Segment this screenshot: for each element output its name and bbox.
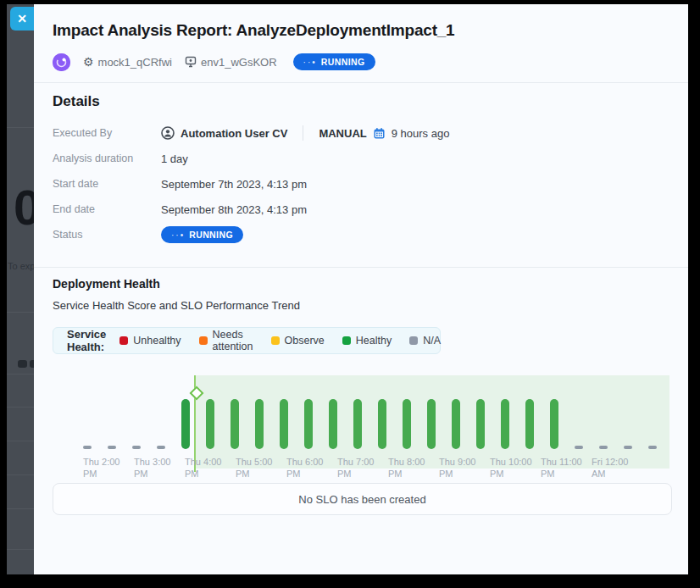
legend-items: UnhealthyNeeds attentionObserveHealthyN/… [119, 329, 441, 352]
legend-label: N/A [423, 335, 441, 347]
legend-swatch-icon [271, 336, 280, 345]
health-dot-na [108, 446, 116, 449]
status-badge-label: RUNNING [189, 230, 233, 240]
user-avatar-icon [161, 126, 175, 140]
health-dot-na [648, 446, 657, 449]
dimmed-background: 0 To exp [7, 4, 34, 574]
vertical-separator [303, 125, 303, 141]
status-badge: ··• RUNNING [161, 226, 243, 243]
health-bar-healthy [206, 399, 214, 449]
x-axis-tick-label: Thu 2:00PM [83, 456, 119, 480]
environment-link[interactable]: env1_wGsKOR [185, 56, 277, 69]
health-bar-healthy [353, 399, 362, 449]
legend-item: Observe [271, 335, 325, 347]
legend-label: Needs attention [213, 329, 253, 352]
health-bar-healthy [280, 399, 288, 449]
detail-label: Status [53, 229, 161, 241]
detail-row-start-date: Start date September 7th 2023, 4:13 pm [53, 175, 307, 192]
slo-empty-state: No SLO has been created [53, 483, 672, 515]
legend-swatch-icon [199, 336, 208, 345]
legend-label: Unhealthy [133, 335, 181, 347]
gear-icon: ⚙ [83, 56, 94, 68]
status-badge: ··• RUNNING [293, 53, 375, 70]
health-bar-healthy [501, 399, 509, 449]
health-bar-healthy [550, 399, 558, 449]
health-dot-na [624, 446, 632, 449]
legend-item: Needs attention [199, 329, 253, 352]
legend-item: Healthy [342, 335, 392, 347]
detail-value: September 7th 2023, 4:13 pm [161, 178, 307, 191]
report-meta-row: ⚙ mock1_qCRfwi env1_wGsKOR ··• RUNNING [53, 52, 375, 72]
detail-row-status: Status ··• RUNNING [53, 226, 243, 243]
x-axis-tick-label: Fri 12:00AM [592, 456, 628, 480]
health-dot-na [599, 446, 608, 449]
detail-label: Analysis duration [53, 153, 161, 164]
background-divider [7, 374, 34, 374]
deployment-health-heading: Deployment Health [53, 277, 160, 291]
legend-title: Service Health: [67, 328, 106, 353]
x-axis-tick-label: Thu 6:00PM [286, 456, 323, 480]
x-axis-tick-label: Thu 4:00PM [185, 456, 221, 480]
health-dot-na [132, 446, 141, 449]
detail-value: Automation User CV MANUAL 9 hours ago [161, 125, 449, 141]
health-bar-healthy [378, 399, 386, 449]
health-bar-healthy [231, 399, 239, 449]
health-bar-healthy [255, 399, 264, 449]
health-bar-healthy [427, 399, 436, 449]
executed-time: 9 hours ago [392, 127, 450, 140]
background-divider [7, 407, 34, 408]
health-dot-na [157, 446, 165, 449]
health-bar-healthy [329, 399, 337, 449]
close-icon: ✕ [17, 12, 27, 25]
running-dots-icon: ··• [171, 230, 185, 240]
health-dot-na [83, 446, 92, 449]
background-divider [7, 549, 34, 550]
legend-label: Observe [285, 335, 325, 347]
health-dot-na [575, 446, 583, 449]
health-bar-healthy [403, 399, 411, 449]
page-title: Impact Analysis Report: AnalyzeDeploymen… [53, 21, 455, 40]
background-partial-text: To exp [8, 261, 34, 271]
trigger-type: MANUAL [319, 127, 366, 140]
detail-row-duration: Analysis duration 1 day [53, 150, 188, 167]
health-trend-chart: Thu 2:00PMThu 3:00PMThu 4:00PMThu 5:00PM… [53, 364, 674, 483]
impact-analysis-drawer: Impact Analysis Report: AnalyzeDeploymen… [34, 4, 688, 574]
legend-swatch-icon [119, 336, 128, 345]
x-axis-tick-label: Thu 11:00PM [541, 456, 582, 480]
health-bar-healthy [181, 399, 190, 449]
background-divider [7, 312, 34, 313]
service-link[interactable]: ⚙ mock1_qCRfwi [83, 56, 172, 69]
health-bar-healthy [525, 399, 534, 449]
close-button[interactable]: ✕ [10, 7, 34, 31]
executed-by-user: Automation User CV [181, 127, 287, 140]
detail-value: 1 day [161, 153, 188, 165]
environment-name: env1_wGsKOR [201, 56, 277, 69]
detail-label: Start date [53, 178, 161, 190]
health-bar-healthy [476, 399, 485, 449]
deployment-health-subtitle: Service Health Score and SLO Performance… [53, 299, 300, 312]
slo-message: No SLO has been created [298, 493, 425, 506]
x-axis-tick-label: Thu 3:00PM [134, 456, 170, 480]
health-bar-healthy [452, 399, 460, 449]
legend-item: N/A [409, 335, 441, 347]
detail-label: Executed By [53, 127, 161, 139]
x-axis-tick-label: Thu 10:00PM [490, 456, 532, 480]
legend-item: Unhealthy [119, 335, 181, 347]
x-axis-tick-label: Thu 7:00PM [337, 456, 374, 480]
detail-value: September 8th 2023, 4:13 pm [161, 203, 307, 216]
x-axis-tick-label: Thu 9:00PM [439, 456, 475, 480]
detail-label: End date [53, 203, 161, 215]
calendar-icon [373, 127, 386, 140]
service-avatar-icon [53, 53, 70, 71]
legend-swatch-icon [409, 336, 418, 345]
service-name: mock1_qCRfwi [98, 56, 172, 69]
legend-label: Healthy [356, 335, 392, 347]
detail-row-end-date: End date September 8th 2023, 4:13 pm [53, 201, 307, 218]
service-health-legend: Service Health: UnhealthyNeeds attention… [53, 327, 441, 354]
background-partial-number: 0 [14, 179, 34, 236]
detail-row-executed-by: Executed By Automation User CV MANUAL [53, 125, 449, 141]
background-divider [7, 474, 34, 475]
details-heading: Details [53, 93, 100, 110]
x-axis-tick-label: Thu 5:00PM [236, 456, 272, 480]
running-dots-icon: ··• [303, 58, 317, 67]
